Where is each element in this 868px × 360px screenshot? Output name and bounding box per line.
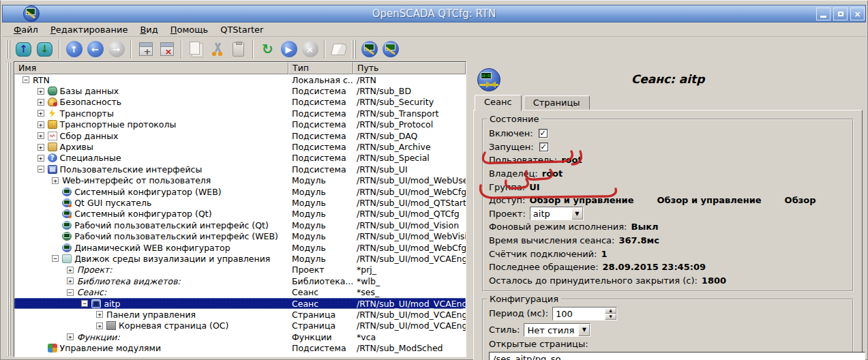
tree-row[interactable]: +Библиотека виджетов:Библиотека...*wlb_ [14,275,466,286]
toolbar-handle[interactable] [352,40,357,59]
style-combobox[interactable]: Нет стиля ▼ [524,323,590,337]
tree-row[interactable]: +Базы данныхПодсистема/RTN/sub_BD [14,85,466,96]
toolbar-button-refresh-icon[interactable]: ↻ [258,40,278,59]
minimize-button[interactable] [816,7,830,20]
tree-row[interactable]: −aitpСеанс/RTN/sub_UI/mod_VCAEngi [14,298,466,309]
tree-row[interactable]: Системный конфигуратор (WEB)Модуль/RTN/s… [14,186,466,197]
expand-icon[interactable]: + [38,144,44,151]
tree-row[interactable]: +Панели управленияСтраница/RTN/sub_UI/mo… [14,309,466,320]
toolbar-handle[interactable] [6,40,11,59]
chevron-down-icon[interactable]: ▼ [571,207,583,220]
tree-row[interactable]: −Сеанс:Сеанс*ses_ [14,286,466,297]
menu-item-QTStarter[interactable]: QTStarter [214,23,269,36]
splitter-handle[interactable] [8,63,12,356]
expand-icon[interactable]: + [38,99,44,106]
expand-icon[interactable]: + [67,278,74,284]
tree-row[interactable]: +Корневая страница (ОС)Страница/RTN/sub_… [14,320,466,331]
tree-row[interactable]: +АрхивыПодсистема/RTN/sub_Archive [14,141,466,152]
spin-up-icon[interactable]: ▲ [605,308,616,314]
vca-icon [62,254,72,263]
toolbar-button-qtcfg-brand-icon[interactable] [359,40,379,59]
column-header-name[interactable]: Имя [14,62,288,74]
toolbar-separator [252,40,254,59]
chevron-down-icon[interactable]: ▼ [578,324,590,336]
collapse-icon[interactable]: − [81,300,88,307]
info-row: Последнее обращение:28.09.2015 23:45:09 [489,260,847,274]
tree-row[interactable]: −RTNЛокальная с.../RTN [14,74,466,85]
tree-row[interactable]: Рабочий пользовательский интерфейс (Qt)М… [14,220,466,230]
tree-cell-path: *vca [353,332,466,342]
column-header-type[interactable]: Тип [288,62,353,74]
tree-row[interactable]: +БезопасностьПодсистема/RTN/sub_Security [14,97,466,108]
toolbar-button-qtstarter-brand-icon[interactable] [380,40,400,59]
collapse-icon[interactable]: − [52,255,59,262]
toolbar-button-paste-icon[interactable] [228,40,248,59]
toolbar-button-manual-icon[interactable] [329,40,349,59]
collapse-icon[interactable]: − [38,166,44,172]
column-header-path[interactable]: Путь [353,62,466,74]
toolbar-button-add-item-icon[interactable]: + [136,40,155,59]
open-pages-textarea[interactable] [489,352,865,360]
toolbar-button-back-icon[interactable]: ← [85,40,105,59]
expand-icon[interactable]: + [67,267,74,273]
collapse-icon[interactable]: − [23,76,29,83]
period-spinbox[interactable]: 100 ▲ ▼ [552,307,617,320]
spin-down-icon[interactable]: ▼ [605,314,616,320]
project-combobox[interactable]: aitp ▼ [530,207,584,220]
tree-row[interactable]: +Web-интерфейс от пользователяМодуль/RTN… [14,175,466,186]
checkbox-label: Включен: [489,128,533,138]
save-icon: ↓ [37,42,53,57]
tree-cell-path: *ses_ [353,287,466,297]
expand-icon[interactable]: + [96,322,103,329]
tree-row[interactable]: +Функции:Функции*vca [14,331,466,342]
tree-row[interactable]: +Сбор данныхПодсистема/RTN/sub_DAQ [14,130,466,141]
period-value[interactable]: 100 [553,308,605,320]
tree-row[interactable]: Рабочий пользовательский интерфейс (WEB)… [14,230,466,241]
toolbar-button-cut-icon[interactable] [207,40,227,59]
tree-row[interactable]: +СпециальныеПодсистема/RTN/sub_Special [14,153,466,164]
tab-Страницы[interactable]: Страницы [524,95,590,110]
tree-row[interactable]: +Проект:Проект*prj_ [14,265,466,275]
info-row: Счётчик подключений:1 [489,247,847,260]
tree-row[interactable]: Qt GUI пускательМодуль/RTN/sub_UI/mod_QT… [14,197,466,208]
close-button[interactable]: × [850,7,865,20]
tab-Сеанс[interactable]: Сеанс [475,95,522,111]
ses-icon [91,299,101,308]
checkbox[interactable]: ✓ [539,142,548,151]
expand-icon[interactable]: + [38,155,44,162]
session-icon-screen [481,72,492,79]
tree-row[interactable]: +ТранспортыПодсистема/RTN/sub_Transport [14,108,466,119]
toolbar-button-copy-icon[interactable] [186,40,206,59]
checkbox[interactable]: ✓ [539,129,548,138]
toolbar-button-stop-icon[interactable]: × [300,40,320,59]
user-label: Пользователь: [489,155,557,165]
menu-item-Помощь[interactable]: Помощь [164,23,214,36]
tree-cell-name: Qt GUI пускатель [14,197,288,208]
expand-icon[interactable]: + [38,121,44,128]
expand-icon[interactable]: + [96,311,103,318]
collapse-icon[interactable]: − [67,289,74,296]
tree-row[interactable]: Системный конфигуратор (Qt)Модуль/RTN/su… [14,209,466,220]
tree-row[interactable]: −Пользовательские интерфейсыПодсистема/R… [14,164,466,175]
tree-cell-path: /RTN/sub_Special [353,153,466,163]
tree-row[interactable]: +Транспортные протоколыПодсистема/RTN/su… [14,119,466,130]
toolbar-button-delete-item-icon[interactable]: × [157,40,177,59]
tree-row[interactable]: Управление модулямиПодсистема/RTN/sub_Mo… [14,342,466,353]
expand-icon[interactable]: + [38,88,44,95]
toolbar-button-forward-icon[interactable]: → [106,40,126,59]
menu-item-Вид[interactable]: Вид [134,23,164,36]
tree-row[interactable]: −Движок среды визуализации и управленияМ… [14,253,466,264]
expand-icon[interactable]: + [67,333,74,340]
tree-item-label: Системный конфигуратор (Qt) [74,209,211,219]
maximize-button[interactable] [833,7,848,20]
menu-item-Редактирование[interactable]: Редактирование [44,23,134,36]
expand-icon[interactable]: + [52,177,59,184]
toolbar-button-load-icon[interactable]: ↑ [14,40,33,59]
expand-icon[interactable]: + [38,132,44,139]
menu-item-Файл[interactable]: Файл [8,23,44,36]
toolbar-button-start-icon[interactable]: ▶ [279,40,299,59]
toolbar-button-up-level-icon[interactable]: ↑ [64,40,84,59]
tree-row[interactable]: Динамический WEB конфигураторМодуль/RTN/… [14,242,466,253]
expand-icon[interactable]: + [38,110,44,117]
toolbar-button-save-icon[interactable]: ↓ [35,40,55,59]
